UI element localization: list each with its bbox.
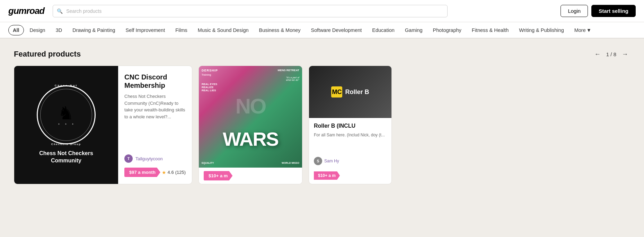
chess-stars: ✦ ✦ ✦ [58, 123, 74, 126]
card-chess-footer: $97 a month ★ 4.6 (125) [124, 168, 186, 177]
author-avatar: T [124, 154, 133, 163]
card-roller[interactable]: MC Roller B Roller B (INCLU For all Sam … [309, 66, 392, 184]
start-selling-button[interactable]: Start selling [591, 5, 636, 17]
roller-body: Roller B (INCLU For all Sam here. (Inclu… [309, 118, 391, 157]
collage-text-training: Training [202, 74, 211, 76]
author-name-link[interactable]: Tallguytycoon [135, 156, 163, 161]
nav-item-gaming[interactable]: Gaming [400, 25, 427, 35]
nav-item-photography[interactable]: Photography [429, 25, 466, 35]
collage-background-text: NO [199, 94, 302, 118]
collage-text-ership: DERSHIP [202, 69, 218, 72]
wars-price-tag: $10+ a m [204, 171, 232, 180]
header: gumroad 🔍 Login Start selling [0, 0, 644, 22]
category-nav: All Design 3D Drawing & Painting Self Im… [0, 22, 644, 38]
search-bar: 🔍 [53, 5, 448, 17]
card-chess-description: Chess Not Checkers Community (CnC)Ready … [124, 93, 186, 120]
roller-description: For all Sam here. (Includ Nick, doy (t..… [314, 132, 387, 138]
roller-footer: $10+ a m [309, 169, 391, 184]
roller-image: MC Roller B [309, 66, 391, 118]
featured-title: Featured products [14, 50, 81, 59]
next-page-button[interactable]: → [620, 50, 630, 59]
roller-author-link[interactable]: Sam Hy [324, 159, 339, 163]
roller-product-title: Roller B (INCLU [314, 123, 387, 129]
more-label: More [574, 27, 586, 33]
roller-title: Roller B [345, 88, 369, 96]
nav-item-self-improvement[interactable]: Self Improvement [121, 25, 170, 35]
login-button[interactable]: Login [561, 5, 588, 17]
star-icon: ★ [162, 170, 166, 175]
collage-bottom-right: WORLD MISSO [282, 162, 299, 164]
search-icon: 🔍 [57, 8, 63, 14]
main-content: Featured products ← 1 / 8 → Chess Not ♞ … [0, 39, 644, 198]
chess-image-title: Chess Not CheckersCommunity [34, 150, 99, 164]
pagination: ← 1 / 8 → [592, 50, 630, 59]
card-wars[interactable]: DERSHIP MENS RETREAT Training "it's a pa… [199, 66, 302, 184]
nav-item-3d[interactable]: 3D [51, 25, 67, 35]
prev-page-button[interactable]: ← [592, 50, 603, 59]
card-chess-body: CNC Discord Membership Chess Not Checker… [118, 66, 192, 184]
card-chess-author: T Tallguytycoon [124, 154, 186, 163]
page-indicator: 1 / 8 [606, 51, 616, 57]
nav-item-all[interactable]: All [8, 25, 24, 35]
roller-price-tag: $10+ a m [314, 171, 340, 180]
nav-item-more[interactable]: More ▼ [570, 25, 596, 35]
nav-item-films[interactable]: Films [171, 25, 192, 35]
card-chess[interactable]: Chess Not ♞ ✦ ✦ ✦ Checkers Group Chess N… [14, 66, 192, 184]
card-chess-product-title: CNC Discord Membership [124, 73, 186, 90]
rating: ★ 4.6 (125) [162, 170, 186, 175]
logo[interactable]: gumroad [8, 6, 44, 16]
collage-text-retreat: MENS RETREAT [277, 69, 299, 72]
wars-main-title: WARS [199, 128, 302, 150]
nav-item-fitness-health[interactable]: Fitness & Health [467, 25, 513, 35]
rating-value: 4.6 [168, 170, 174, 175]
nav-item-education[interactable]: Education [368, 25, 399, 35]
roller-avatar: S [314, 157, 322, 165]
nav-item-software-development[interactable]: Software Development [307, 25, 367, 35]
nav-item-music-sound-design[interactable]: Music & Sound Design [193, 25, 253, 35]
collage-text-real: REAL EYESREALIZEREAL LIES [202, 83, 217, 92]
chess-knight-icon: ♞ [58, 104, 74, 122]
wars-card-body: $10+ a m [199, 168, 302, 184]
featured-header: Featured products ← 1 / 8 → [14, 50, 630, 59]
roller-author: S Sam Hy [309, 157, 391, 169]
price-tag: $97 a month [124, 168, 160, 177]
search-input[interactable] [53, 5, 448, 17]
roller-icon: MC [331, 86, 342, 98]
chess-text-top: Chess Not [55, 84, 78, 87]
header-actions: Login Start selling [561, 5, 636, 17]
wars-footer: $10+ a m [199, 168, 302, 184]
chevron-down-icon: ▼ [586, 27, 591, 33]
nav-item-business-money[interactable]: Business & Money [255, 25, 305, 35]
collage-text-quote: "it's a part ofwhat we do" [286, 76, 299, 81]
wars-image: DERSHIP MENS RETREAT Training "it's a pa… [199, 66, 302, 168]
review-count: (125) [175, 170, 186, 175]
card-chess-image: Chess Not ♞ ✦ ✦ ✦ Checkers Group Chess N… [14, 66, 118, 184]
featured-cards: Chess Not ♞ ✦ ✦ ✦ Checkers Group Chess N… [14, 66, 630, 184]
chess-logo: Chess Not ♞ ✦ ✦ ✦ Checkers Group [37, 85, 96, 144]
nav-item-writing-publishing[interactable]: Writing & Publishing [514, 25, 568, 35]
nav-item-design[interactable]: Design [25, 25, 50, 35]
chess-text-bottom: Checkers Group [51, 143, 81, 146]
collage-bottom-left: EQUALITY [202, 162, 214, 164]
nav-item-drawing-painting[interactable]: Drawing & Painting [68, 25, 120, 35]
